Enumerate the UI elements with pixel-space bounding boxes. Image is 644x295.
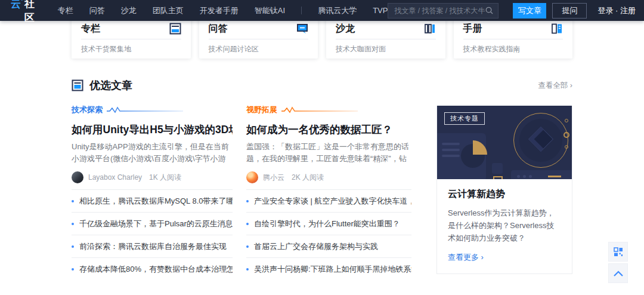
pie-shape xyxy=(473,140,487,155)
site-logo[interactable]: 云+社区 xyxy=(11,0,39,24)
card-subtitle: 技术大咖面对面 xyxy=(336,44,436,54)
bullet-dot-icon xyxy=(246,245,249,248)
article-list-item[interactable]: 千亿级金融场景下，基于Pulsar的云原生消息队列有怎样... xyxy=(72,213,233,235)
article-list-item-label: 首届云上广交会存储服务架构与实践 xyxy=(254,241,378,252)
feature-card-qa[interactable]: 问答 技术问题讨论区 xyxy=(199,17,318,59)
article-list-item[interactable]: 前沿探索：腾讯云数据库自治服务最佳实现 xyxy=(72,235,233,258)
nav-item-columns[interactable]: 专栏 xyxy=(58,5,73,16)
article-column-vision: 视野拓展 如何成为一名优秀的数据工匠？ 盖国强：「数据工匠」这是一个非常有意思的… xyxy=(246,105,411,281)
article-list-item[interactable]: 相比原生，腾讯云数据库MySQL 8.0带来了哪些新的极致... xyxy=(72,190,233,213)
bullet-dot-icon xyxy=(246,223,249,225)
qa-icon xyxy=(296,23,308,35)
qr-code-button[interactable] xyxy=(608,242,628,262)
column-tag: 视野拓展 xyxy=(246,105,277,115)
card-subtitle: 技术问题讨论区 xyxy=(209,44,309,54)
featured-article-excerpt: Unity是移动APP游戏的主流引擎，但是在当前小游戏平台(微信小游戏\百度小游… xyxy=(72,141,233,165)
nav-item-team-home[interactable]: 团队主页 xyxy=(153,5,184,16)
login-register-link[interactable]: 登录 · 注册 xyxy=(597,5,636,16)
article-column-tech: 技术探索 如何用Unity导出H5与小游戏的3D场景 Unity是移动APP游戏… xyxy=(72,105,233,281)
bullet-dot-icon xyxy=(246,200,249,202)
nav-item-tvp[interactable]: TVP xyxy=(373,6,388,15)
read-count: 1K 人阅读 xyxy=(149,173,181,183)
main-nav: 专栏 问答 沙龙 团队主页 开发者手册 智能钛AI 腾讯云大学 TVP xyxy=(58,5,388,16)
promo-bottom-panel xyxy=(511,170,572,179)
promo-card-cloud-trends[interactable]: 技术专题 云计算新趋势 Serverless作为云计算新趋势，是什么样的架构？S… xyxy=(436,106,572,274)
nav-divider xyxy=(301,7,302,14)
bullet-dot-icon xyxy=(72,200,74,202)
column-icon xyxy=(169,23,181,35)
feature-card-salon[interactable]: 沙龙 技术大咖面对面 xyxy=(326,17,445,59)
gold-square-shape xyxy=(493,176,503,179)
article-list-item-label: 前沿探索：腾讯云数据库自治服务最佳实现 xyxy=(79,241,227,252)
bullet-dot-icon xyxy=(246,268,249,271)
featured-section-header: 优选文章 查看全部 › xyxy=(72,78,572,93)
card-divider xyxy=(336,39,436,39)
search-box[interactable] xyxy=(388,3,499,19)
pulse-line-icon xyxy=(281,106,359,113)
card-title: 沙龙 xyxy=(336,23,355,35)
article-list-item[interactable]: 首届云上广交会存储服务架构与实践 xyxy=(246,235,411,258)
search-input[interactable] xyxy=(394,7,485,15)
promo-description: Serverless作为云计算新趋势，是什么样的架构？Serverless技术如… xyxy=(448,207,561,244)
navbar-right: 写文章 提问 登录 · 注册 xyxy=(388,3,636,19)
nav-item-qa[interactable]: 问答 xyxy=(89,5,105,16)
bullet-dot-icon xyxy=(72,268,74,271)
back-to-top-button[interactable] xyxy=(608,263,628,283)
card-divider xyxy=(463,39,564,39)
article-list-item-label: 自绘引擎时代，为什么Flutter能突出重围？ xyxy=(254,219,400,229)
featured-article-excerpt: 盖国强：「数据工匠」这是一个非常有意思的话题，在我的理解里，工匠首先意味着“精深… xyxy=(246,141,411,165)
view-all-link[interactable]: 查看全部 › xyxy=(538,81,572,91)
card-title: 手册 xyxy=(463,23,482,35)
section-title: 优选文章 xyxy=(89,78,132,93)
nav-item-salon[interactable]: 沙龙 xyxy=(121,5,137,16)
author-name[interactable]: Layabox Charley xyxy=(88,173,142,182)
card-title: 问答 xyxy=(209,23,228,35)
handbook-icon xyxy=(551,23,563,35)
card-title: 专栏 xyxy=(81,23,100,35)
card-divider xyxy=(209,39,309,39)
write-article-button[interactable]: 写文章 xyxy=(513,3,546,19)
promo-badge: 技术专题 xyxy=(444,112,485,125)
article-list-item[interactable]: 产业安全专家谈 | 航空产业驶入数字化快车道，如何升级... xyxy=(246,190,411,213)
top-navbar: 云+社区 专栏 问答 沙龙 团队主页 开发者手册 智能钛AI 腾讯云大学 TVP… xyxy=(0,0,644,21)
article-list-item[interactable]: 自绘引擎时代，为什么Flutter能突出重围？ xyxy=(246,213,411,235)
card-divider xyxy=(81,39,181,39)
column-tag: 技术探索 xyxy=(72,105,103,115)
ask-question-button[interactable]: 提问 xyxy=(552,3,587,19)
card-subtitle: 技术教程实践指南 xyxy=(463,44,564,54)
logo-text: 社区 xyxy=(24,0,39,24)
logo-plus-char: + xyxy=(20,0,24,2)
article-list-item-label: 相比原生，腾讯云数据库MySQL 8.0带来了哪些新的极致... xyxy=(79,196,233,207)
featured-article-title[interactable]: 如何用Unity导出H5与小游戏的3D场景 xyxy=(72,122,233,137)
chevron-up-icon xyxy=(614,271,623,276)
promo-banner-image: 技术专题 xyxy=(437,106,572,179)
article-list: 产业安全专家谈 | 航空产业驶入数字化快车道，如何升级... 自绘引擎时代，为什… xyxy=(246,189,411,281)
featured-article-title[interactable]: 如何成为一名优秀的数据工匠？ xyxy=(246,122,411,137)
search-icon[interactable] xyxy=(485,7,493,14)
article-list-item-label: 存储成本降低80%，有赞数据中台成本治理怎么做的？ xyxy=(79,264,233,275)
feature-cards-row: 专栏 技术干货聚集地 问答 技术问题讨论区 沙龙 xyxy=(72,17,572,59)
salon-icon xyxy=(424,23,436,35)
article-list-item-label: 千亿级金融场景下，基于Pulsar的云原生消息队列有怎样... xyxy=(79,219,233,229)
promo-more-link[interactable]: 查看更多 › xyxy=(448,252,561,263)
promo-ring-shape xyxy=(513,113,568,168)
article-list-item[interactable]: 存储成本降低80%，有赞数据中台成本治理怎么做的？ xyxy=(72,258,233,281)
article-list-item[interactable]: 吴洪声十问杨卿:下班路上如何顺手黑掉地铁系统？ xyxy=(246,258,411,281)
author-avatar[interactable] xyxy=(246,171,258,183)
author-avatar[interactable] xyxy=(72,171,83,183)
promo-3d-panel xyxy=(437,133,486,179)
nav-item-ti-ai[interactable]: 智能钛AI xyxy=(255,5,285,16)
author-name[interactable]: 腾小云 xyxy=(263,173,284,183)
logo-cloud-char: 云 xyxy=(11,0,21,11)
featured-articles-icon xyxy=(72,79,83,91)
feature-card-handbook[interactable]: 手册 技术教程实践指南 xyxy=(454,17,573,59)
nav-item-dev-handbook[interactable]: 开发者手册 xyxy=(200,5,239,16)
read-count: 2K 人阅读 xyxy=(292,173,324,183)
feature-card-columns[interactable]: 专栏 技术干货聚集地 xyxy=(72,17,191,59)
nav-item-cloud-academy[interactable]: 腾讯云大学 xyxy=(318,5,357,16)
pulse-line-icon xyxy=(107,106,184,113)
article-list: 相比原生，腾讯云数据库MySQL 8.0带来了哪些新的极致... 千亿级金融场景… xyxy=(72,189,233,281)
bullet-dot-icon xyxy=(72,223,74,225)
qr-code-icon xyxy=(614,247,623,257)
article-list-item-label: 产业安全专家谈 | 航空产业驶入数字化快车道，如何升级... xyxy=(254,196,411,207)
